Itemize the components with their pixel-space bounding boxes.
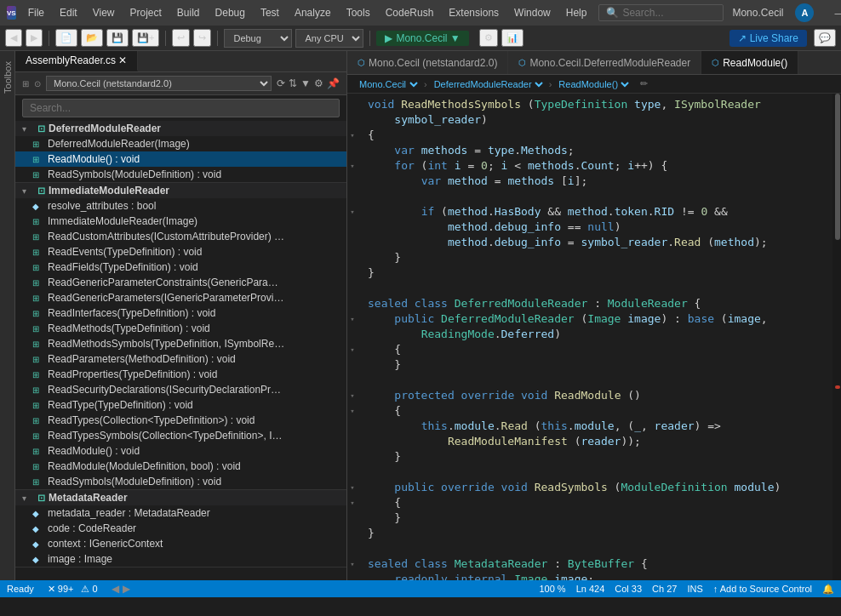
method-icon-rp: ⊞ bbox=[32, 355, 44, 364]
member-readsymbols-imm[interactable]: ⊞ ReadSymbols(ModuleDefinition) : void bbox=[15, 474, 346, 489]
member-readmodule[interactable]: ⊞ ReadModule() : void bbox=[15, 151, 346, 167]
save-button[interactable]: 💾 bbox=[106, 29, 129, 47]
search-input[interactable] bbox=[622, 7, 716, 19]
member-resolve-attr[interactable]: ◆ resolve_attributes : bool bbox=[15, 198, 346, 214]
member-readmodule-imm[interactable]: ⊞ ReadModule() : void bbox=[15, 443, 346, 459]
member-readevents[interactable]: ⊞ ReadEvents(TypeDefinition) : void bbox=[15, 244, 346, 260]
code-content-area[interactable]: ▾ ▾ ▾ ▾ ▾ ▾ ▾ bbox=[347, 94, 841, 580]
menu-file[interactable]: File bbox=[21, 3, 51, 22]
zoom-label[interactable]: 100 % bbox=[539, 584, 565, 594]
member-label-img: image : Image bbox=[48, 553, 112, 565]
undo-button[interactable]: ↩ bbox=[172, 29, 190, 47]
filter-icon[interactable]: ▼ bbox=[300, 77, 311, 89]
explorer-search-input[interactable] bbox=[22, 99, 340, 117]
sort-icon[interactable]: ⇅ bbox=[289, 77, 297, 89]
minimize-button[interactable]: — bbox=[826, 4, 841, 21]
nav-back-arrow[interactable]: ◀ bbox=[112, 583, 119, 595]
avatar[interactable]: A bbox=[795, 3, 814, 22]
member-readfields[interactable]: ⊞ ReadFields(TypeDefinition) : void bbox=[15, 260, 346, 275]
member-readsymbols-deferred[interactable]: ⊞ ReadSymbols(ModuleDefinition) : void bbox=[15, 167, 346, 182]
menu-help[interactable]: Help bbox=[559, 3, 594, 22]
member-label-rts: ReadTypes(Collection<TypeDefinition>) : … bbox=[48, 414, 255, 426]
menu-bar: File Edit View Project Build Debug Test … bbox=[21, 3, 594, 22]
member-readgenericconstraints[interactable]: ⊞ ReadGenericParameterConstraints(Generi… bbox=[15, 275, 346, 290]
platform-dropdown[interactable]: Any CPU bbox=[295, 29, 363, 48]
member-readmethodssymbols[interactable]: ⊞ ReadMethodsSymbols(TypeDefinition, ISy… bbox=[15, 336, 346, 351]
feedback-button[interactable]: 💬 bbox=[814, 29, 836, 47]
member-image-field[interactable]: ◆ image : Image bbox=[15, 551, 346, 567]
code-tab-1[interactable]: ⬡ Mono.Cecil (netstandard2.0) bbox=[347, 51, 508, 74]
back-button[interactable]: ◀ bbox=[5, 29, 22, 47]
menu-analyze[interactable]: Analyze bbox=[288, 3, 338, 22]
toolbox-label[interactable]: Toolbox bbox=[1, 54, 14, 100]
menu-build[interactable]: Build bbox=[170, 3, 207, 22]
nav-forward-arrow[interactable]: ▶ bbox=[123, 583, 130, 595]
menu-project[interactable]: Project bbox=[123, 3, 169, 22]
member-readinterfaces[interactable]: ⊞ ReadInterfaces(TypeDefinition) : void bbox=[15, 305, 346, 321]
method-icon-ri: ⊞ bbox=[32, 309, 44, 318]
breadcrumb-method[interactable]: ReadModule() bbox=[555, 78, 632, 90]
pin-icon[interactable]: 📌 bbox=[327, 77, 340, 89]
sync-icon[interactable]: ⟳ bbox=[277, 77, 285, 89]
menu-test[interactable]: Test bbox=[254, 3, 286, 22]
title-search[interactable]: 🔍 bbox=[598, 4, 724, 21]
member-readmethods[interactable]: ⊞ ReadMethods(TypeDefinition) : void bbox=[15, 321, 346, 336]
member-label-rtsy: ReadTypesSymbols(Collection<TypeDefiniti… bbox=[48, 430, 286, 442]
member-deferred-constructor[interactable]: ⊞ DeferredModuleReader(Image) bbox=[15, 136, 346, 151]
header-icons: ⟳ ⇅ ▼ ⚙ 📌 bbox=[277, 77, 340, 89]
member-label-1: DeferredModuleReader(Image) bbox=[48, 138, 190, 150]
namespace-dropdown[interactable]: Mono.Cecil (netstandard2.0) bbox=[46, 76, 272, 91]
metadata-class-header[interactable]: ▾ ⊡ MetadataReader bbox=[15, 490, 346, 505]
menu-debug[interactable]: Debug bbox=[209, 3, 252, 22]
menu-view[interactable]: View bbox=[86, 3, 122, 22]
member-readcustom[interactable]: ⊞ ReadCustomAttributes(ICustomAttributeP… bbox=[15, 229, 346, 244]
scroll-thumb[interactable] bbox=[835, 94, 840, 240]
menu-coderush[interactable]: CodeRush bbox=[379, 3, 441, 22]
code-text-area[interactable]: void ReadMethodsSymbols (TypeDefinition … bbox=[359, 94, 841, 580]
member-readgenericparams[interactable]: ⊞ ReadGenericParameters(IGenericParamete… bbox=[15, 290, 346, 305]
fold-column: ▾ ▾ ▾ ▾ ▾ ▾ ▾ bbox=[347, 94, 359, 580]
explorer-file-tab[interactable]: AssemblyReader.cs ✕ bbox=[15, 51, 138, 71]
member-readprops[interactable]: ⊞ ReadProperties(TypeDefinition) : void bbox=[15, 367, 346, 382]
edit-breadcrumb-icon[interactable]: ✏ bbox=[640, 78, 648, 89]
save-all-button[interactable]: 💾+ bbox=[132, 29, 159, 47]
live-share-button[interactable]: ↗ Live Share bbox=[729, 30, 807, 47]
run-button[interactable]: ▶ Mono.Cecil ▼ bbox=[376, 31, 468, 46]
deferred-class-header[interactable]: ▾ ⊡ DeferredModuleReader bbox=[15, 121, 346, 136]
notification-bell[interactable]: 🔔 bbox=[822, 584, 834, 595]
open-button[interactable]: 📂 bbox=[81, 29, 103, 47]
settings-icon[interactable]: ⚙ bbox=[314, 77, 323, 89]
error-count[interactable]: ✕ 99+ ⚠ 0 bbox=[48, 584, 98, 595]
code-tab-3[interactable]: ⬡ ReadModule() bbox=[701, 51, 798, 74]
source-control-label[interactable]: ↑ Add to Source Control bbox=[713, 584, 812, 594]
live-share-icon: ↗ bbox=[738, 32, 747, 44]
member-readsecurity[interactable]: ⊞ ReadSecurityDeclarations(ISecurityDecl… bbox=[15, 382, 346, 397]
position-label: Ln 424 bbox=[576, 584, 605, 594]
member-readtypes[interactable]: ⊞ ReadTypes(Collection<TypeDefinition>) … bbox=[15, 413, 346, 428]
member-context-field[interactable]: ◆ context : IGenericContext bbox=[15, 536, 346, 551]
menu-edit[interactable]: Edit bbox=[53, 3, 84, 22]
toolbar-separator-4 bbox=[369, 31, 370, 46]
member-readparameters[interactable]: ⊞ ReadParameters(MethodDefinition) : voi… bbox=[15, 351, 346, 367]
explorer-tab-close[interactable]: ✕ bbox=[118, 54, 127, 66]
menu-extensions[interactable]: Extensions bbox=[442, 3, 506, 22]
menu-window[interactable]: Window bbox=[507, 3, 558, 22]
new-file-button[interactable]: 📄 bbox=[55, 29, 77, 47]
immediate-class-header[interactable]: ▾ ⊡ ImmediateModuleReader bbox=[15, 183, 346, 198]
breadcrumb-class[interactable]: DeferredModuleReader bbox=[431, 78, 546, 90]
member-readtypessymbols[interactable]: ⊞ ReadTypesSymbols(Collection<TypeDefini… bbox=[15, 428, 346, 443]
member-immediate-constructor[interactable]: ⊞ ImmediateModuleReader(Image) bbox=[15, 214, 346, 229]
config-dropdown[interactable]: Debug bbox=[224, 29, 292, 48]
perf-button[interactable]: 📊 bbox=[501, 29, 523, 47]
member-readmodule-bool[interactable]: ⊞ ReadModule(ModuleDefinition, bool) : v… bbox=[15, 459, 346, 474]
diagnostics-button[interactable]: ⚙ bbox=[479, 29, 498, 47]
member-readtype[interactable]: ⊞ ReadType(TypeDefinition) : void bbox=[15, 397, 346, 413]
breadcrumb-namespace[interactable]: Mono.Cecil bbox=[356, 78, 420, 90]
member-metadata-reader-field[interactable]: ◆ metadata_reader : MetadataReader bbox=[15, 505, 346, 521]
method-icon-rf: ⊞ bbox=[32, 263, 44, 272]
code-tab-2[interactable]: ⬡ Mono.Cecil.DeferredModuleReader bbox=[508, 51, 701, 74]
member-code-field[interactable]: ◆ code : CodeReader bbox=[15, 521, 346, 536]
menu-tools[interactable]: Tools bbox=[340, 3, 377, 22]
redo-button[interactable]: ↪ bbox=[193, 29, 211, 47]
forward-button[interactable]: ▶ bbox=[26, 29, 43, 47]
